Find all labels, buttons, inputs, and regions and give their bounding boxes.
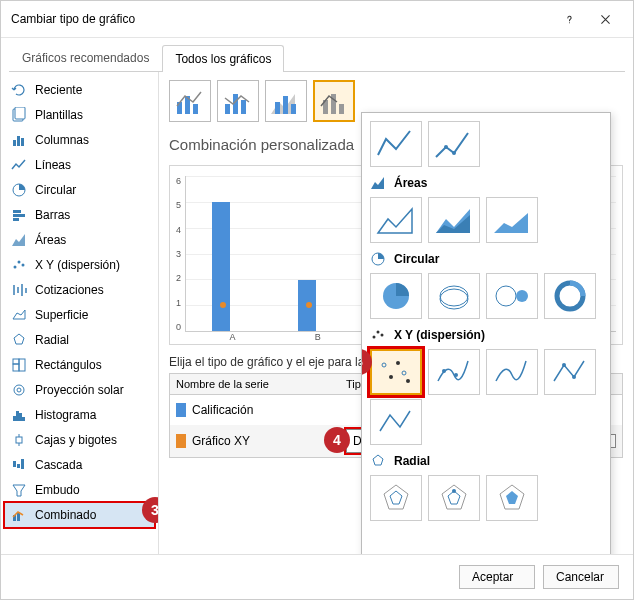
svg-rect-4 bbox=[21, 138, 24, 146]
svg-point-46 bbox=[516, 290, 528, 302]
sidebar-item-cotizaciones[interactable]: Cotizaciones bbox=[5, 278, 154, 302]
area-chart-icon bbox=[370, 175, 386, 191]
svg-rect-38 bbox=[339, 104, 344, 114]
svg-rect-19 bbox=[19, 413, 22, 421]
sidebar-item-label: Rectángulos bbox=[35, 358, 102, 372]
gallery-scatter-smooth-markers[interactable] bbox=[428, 349, 480, 395]
dialog-title: Cambiar tipo de gráfico bbox=[11, 12, 551, 26]
cancel-button[interactable]: Cancelar bbox=[543, 565, 619, 589]
svg-rect-14 bbox=[13, 364, 19, 371]
svg-rect-23 bbox=[17, 464, 20, 468]
sunburst-icon bbox=[11, 382, 27, 398]
gallery-cat-xy: X Y (dispersión) bbox=[370, 327, 602, 343]
gallery-scatter-dots[interactable]: 5 bbox=[370, 349, 422, 395]
combo-subtype-2[interactable] bbox=[217, 80, 259, 122]
sidebar-item-radial[interactable]: Radial bbox=[5, 328, 154, 352]
sidebar-item-embudo[interactable]: Embudo bbox=[5, 478, 154, 502]
ok-button[interactable]: Aceptar bbox=[459, 565, 535, 589]
sidebar-item-histograma[interactable]: Histograma bbox=[5, 403, 154, 427]
stock-chart-icon bbox=[11, 282, 27, 298]
svg-point-57 bbox=[454, 373, 458, 377]
gallery-pie-4[interactable] bbox=[544, 273, 596, 319]
sidebar-item-label: Barras bbox=[35, 208, 70, 222]
svg-rect-35 bbox=[291, 104, 296, 114]
gallery-line-2[interactable] bbox=[428, 121, 480, 167]
gallery-pie-3[interactable] bbox=[486, 273, 538, 319]
sidebar-item-cascada[interactable]: Cascada bbox=[5, 453, 154, 477]
sidebar-item-label: Radial bbox=[35, 333, 69, 347]
gallery-line-1[interactable] bbox=[370, 121, 422, 167]
sidebar-item-cajas[interactable]: Cajas y bigotes bbox=[5, 428, 154, 452]
line-chart-icon bbox=[11, 157, 27, 173]
gallery-radar-2[interactable] bbox=[428, 475, 480, 521]
sidebar-item-xy[interactable]: X Y (dispersión) bbox=[5, 253, 154, 277]
sidebar-item-columnas[interactable]: Columnas bbox=[5, 128, 154, 152]
sidebar-item-circular[interactable]: Circular bbox=[5, 178, 154, 202]
sidebar-item-label: Áreas bbox=[35, 233, 66, 247]
area-chart-icon bbox=[11, 232, 27, 248]
gallery-area-3[interactable] bbox=[486, 197, 538, 243]
svg-point-11 bbox=[22, 264, 25, 267]
radar-chart-icon bbox=[11, 332, 27, 348]
chart-y-axis: 6543210 bbox=[176, 176, 185, 332]
waterfall-icon bbox=[11, 457, 27, 473]
svg-point-39 bbox=[444, 145, 448, 149]
sidebar-item-combinado[interactable]: Combinado 3 bbox=[5, 503, 154, 527]
svg-rect-6 bbox=[13, 210, 21, 213]
close-button[interactable] bbox=[587, 7, 623, 31]
svg-point-10 bbox=[18, 261, 21, 264]
gallery-scatter-smooth[interactable] bbox=[486, 349, 538, 395]
sidebar-item-label: Circular bbox=[35, 183, 76, 197]
svg-point-54 bbox=[402, 371, 406, 375]
combo-chart-icon bbox=[11, 507, 27, 523]
scatter-chart-icon bbox=[11, 257, 27, 273]
surface-chart-icon bbox=[11, 307, 27, 323]
series-swatch-blue bbox=[176, 403, 186, 417]
gallery-scatter-straight[interactable] bbox=[370, 399, 422, 445]
callout-badge-3: 3 bbox=[142, 497, 159, 523]
sidebar-item-label: Combinado bbox=[35, 508, 96, 522]
sidebar-item-reciente[interactable]: Reciente bbox=[5, 78, 154, 102]
svg-point-55 bbox=[406, 379, 410, 383]
svg-rect-7 bbox=[13, 214, 25, 217]
gallery-radar-3[interactable] bbox=[486, 475, 538, 521]
callout-badge-4: 4 bbox=[324, 427, 350, 453]
svg-point-50 bbox=[381, 334, 384, 337]
chart-type-gallery[interactable]: Áreas Circular X Y (dispersión) 5 bbox=[361, 112, 611, 554]
svg-point-60 bbox=[452, 489, 456, 493]
sidebar-item-rectangulos[interactable]: Rectángulos bbox=[5, 353, 154, 377]
dialog-footer: Aceptar Cancelar bbox=[1, 554, 633, 599]
svg-rect-37 bbox=[331, 94, 336, 114]
gallery-area-1[interactable] bbox=[370, 197, 422, 243]
svg-rect-22 bbox=[13, 461, 16, 467]
titlebar: Cambiar tipo de gráfico bbox=[1, 1, 633, 38]
bar-chart-icon bbox=[11, 207, 27, 223]
help-button[interactable] bbox=[551, 7, 587, 31]
sidebar-item-label: Superficie bbox=[35, 308, 88, 322]
combo-subtype-3[interactable] bbox=[265, 80, 307, 122]
sidebar-item-lineas[interactable]: Líneas bbox=[5, 153, 154, 177]
gallery-pie-2[interactable] bbox=[428, 273, 480, 319]
sidebar-item-plantillas[interactable]: Plantillas bbox=[5, 103, 154, 127]
sidebar-item-barras[interactable]: Barras bbox=[5, 203, 154, 227]
svg-rect-1 bbox=[15, 107, 25, 119]
svg-rect-8 bbox=[13, 218, 19, 221]
svg-rect-17 bbox=[13, 416, 16, 421]
svg-rect-2 bbox=[13, 140, 16, 146]
sidebar-item-areas[interactable]: Áreas bbox=[5, 228, 154, 252]
svg-point-56 bbox=[442, 369, 446, 373]
sidebar-item-proyeccion[interactable]: Proyección solar bbox=[5, 378, 154, 402]
tab-all-charts[interactable]: Todos los gráficos bbox=[162, 45, 284, 72]
gallery-scatter-straight-markers[interactable] bbox=[544, 349, 596, 395]
svg-rect-3 bbox=[17, 136, 20, 146]
gallery-area-2[interactable] bbox=[428, 197, 480, 243]
sidebar-item-superficie[interactable]: Superficie bbox=[5, 303, 154, 327]
svg-rect-30 bbox=[225, 104, 230, 114]
tab-recommended[interactable]: Gráficos recomendados bbox=[9, 44, 162, 71]
pie-chart-icon bbox=[11, 182, 27, 198]
svg-rect-18 bbox=[16, 411, 19, 421]
combo-subtype-custom[interactable] bbox=[313, 80, 355, 122]
gallery-radar-1[interactable] bbox=[370, 475, 422, 521]
gallery-pie-1[interactable] bbox=[370, 273, 422, 319]
combo-subtype-1[interactable] bbox=[169, 80, 211, 122]
